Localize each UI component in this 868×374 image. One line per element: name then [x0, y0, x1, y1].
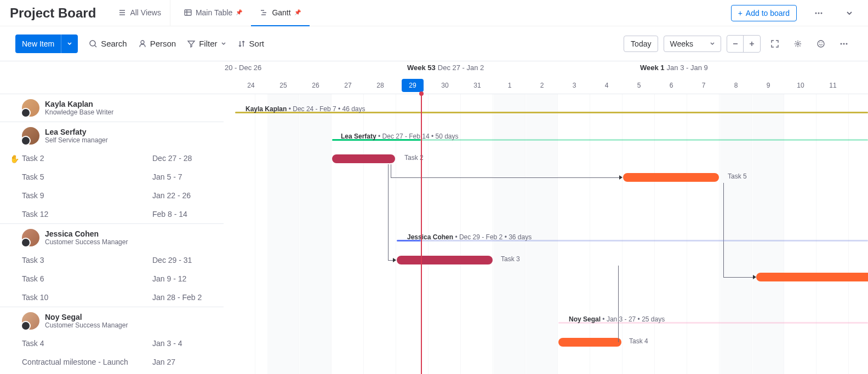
- task-name: Task 6: [22, 274, 152, 283]
- svg-point-2: [818, 12, 820, 14]
- search-button[interactable]: Search: [89, 39, 127, 48]
- gantt-task-bar[interactable]: [623, 173, 719, 182]
- more-icon[interactable]: [835, 35, 853, 53]
- avatar: [22, 127, 39, 145]
- gantt-canvas[interactable]: 20 - Dec 26 Week 53Dec 27 - Jan 2 Week 1…: [224, 61, 868, 374]
- person-role: Self Service manager: [45, 136, 108, 144]
- gantt-task-row[interactable]: Task 4Jan 3 - 4: [0, 334, 224, 353]
- tab-gantt[interactable]: Gantt 📌: [251, 0, 309, 26]
- collapse-icon[interactable]: [841, 4, 858, 22]
- person-name: Lea Serfaty: [45, 128, 108, 136]
- week-label: Week 53Dec 27 - Jan 2: [407, 64, 484, 72]
- filter-button[interactable]: Filter: [187, 39, 226, 48]
- settings-icon[interactable]: [789, 35, 807, 53]
- gantt-person-row[interactable]: Lea Serfaty Self Service manager: [0, 122, 224, 149]
- gantt-person-row[interactable]: Jessica Cohen Customer Success Manager: [0, 223, 224, 251]
- gantt-task-row[interactable]: Task 12Feb 8 - 14: [0, 205, 224, 223]
- button-label: Add to board: [746, 9, 790, 18]
- gantt-task-row[interactable]: Task 6Jan 9 - 12: [0, 269, 224, 288]
- svg-point-10: [841, 43, 842, 44]
- person-filter-button[interactable]: Person: [138, 39, 176, 48]
- pin-icon: 📌: [294, 9, 301, 15]
- day-cell[interactable]: 3: [558, 77, 590, 94]
- dependency-line: [391, 177, 619, 178]
- gantt-bar-label: Lea Serfaty • Dec 27 - Feb 14 • 50 days: [341, 133, 459, 140]
- svg-rect-0: [185, 10, 191, 15]
- timescale-select[interactable]: Weeks: [664, 36, 721, 52]
- more-icon[interactable]: [810, 4, 827, 22]
- zoom-out-button[interactable]: [727, 36, 744, 52]
- feedback-icon[interactable]: [812, 35, 830, 53]
- day-cell[interactable]: 26: [300, 77, 332, 94]
- gantt-task-row[interactable]: Task 3Dec 29 - 31: [0, 251, 224, 269]
- day-cell[interactable]: 27: [332, 77, 364, 94]
- avatar: [22, 229, 39, 246]
- gantt-summary-bar-future: [421, 112, 868, 113]
- day-cell[interactable]: 5: [623, 77, 655, 94]
- gantt-task-label: Task 5: [728, 172, 747, 180]
- day-cell[interactable]: 9: [752, 77, 784, 94]
- day-cell[interactable]: 8: [720, 77, 752, 94]
- pin-icon: 📌: [236, 9, 242, 15]
- gantt-person-row[interactable]: Kayla Kaplan Knowledge Base Writer: [0, 94, 224, 122]
- add-to-board-button[interactable]: + Add to board: [731, 5, 797, 21]
- day-cell[interactable]: 4: [591, 77, 623, 94]
- gantt-task-bar[interactable]: [756, 273, 868, 281]
- dependency-line: [618, 266, 619, 342]
- day-cell[interactable]: 31: [461, 77, 493, 94]
- fullscreen-icon[interactable]: [766, 35, 784, 53]
- gantt-task-label: Task 4: [629, 337, 648, 345]
- chevron-down-icon[interactable]: [61, 34, 78, 53]
- day-cell[interactable]: 28: [364, 77, 396, 94]
- tab-label: Main Table: [196, 8, 232, 17]
- gantt-summary-bar-future: [421, 139, 868, 141]
- today-button[interactable]: Today: [624, 36, 658, 52]
- task-dates: Jan 27: [152, 358, 213, 366]
- tab-label: Gantt: [272, 8, 290, 17]
- day-cell[interactable]: 10: [785, 77, 816, 94]
- sort-button[interactable]: Sort: [237, 39, 265, 48]
- table-icon: [184, 8, 192, 17]
- day-cell[interactable]: 24: [235, 77, 267, 94]
- tool-label: Filter: [199, 39, 217, 48]
- gantt-task-row[interactable]: Contractual milestone - LaunchJan 27: [0, 353, 224, 371]
- tab-all-views[interactable]: All Views: [109, 0, 170, 26]
- gantt-task-bar[interactable]: [397, 256, 493, 264]
- button-label: New Item: [15, 35, 61, 53]
- filter-icon: [187, 39, 196, 48]
- sort-icon: [237, 39, 246, 48]
- day-cell[interactable]: 11: [817, 77, 849, 94]
- gantt-task-label: Task 3: [501, 255, 520, 263]
- day-cell[interactable]: 1: [494, 77, 526, 94]
- gantt-task-row[interactable]: Task 2Dec 27 - 28: [0, 149, 224, 168]
- person-icon: [138, 39, 147, 48]
- board-title: Project Board: [10, 5, 96, 21]
- svg-point-8: [819, 42, 820, 43]
- gantt-task-bar[interactable]: [558, 338, 621, 347]
- tab-main-table[interactable]: Main Table 📌: [175, 0, 251, 26]
- dependency-line: [388, 164, 389, 260]
- gantt-task-row[interactable]: Task 10Jan 28 - Feb 2: [0, 288, 224, 307]
- new-item-button[interactable]: New Item: [15, 34, 78, 53]
- zoom-in-button[interactable]: [744, 36, 760, 52]
- gantt-task-row[interactable]: Task 5Jan 5 - 7: [0, 168, 224, 186]
- week-label: Week 1Jan 3 - Jan 9: [640, 64, 708, 72]
- task-name: Task 5: [22, 172, 152, 181]
- day-cell[interactable]: 7: [688, 77, 719, 94]
- hand-cursor-icon: ✋: [10, 154, 19, 163]
- chevron-down-icon: [710, 41, 715, 47]
- dependency-arrow-icon: [619, 175, 623, 180]
- gantt-person-row[interactable]: Noy Segal Customer Success Manager: [0, 307, 224, 334]
- dependency-line: [723, 183, 724, 277]
- day-cell[interactable]: 6: [655, 77, 687, 94]
- gantt-task-bar[interactable]: [332, 154, 395, 163]
- task-dates: Dec 27 - 28: [152, 154, 213, 163]
- today-indicator: [421, 94, 422, 374]
- dependency-line: [391, 164, 391, 177]
- gantt-task-row[interactable]: Task 9Jan 22 - 26: [0, 186, 224, 205]
- today-cell[interactable]: 29: [402, 79, 424, 92]
- day-cell[interactable]: 2: [526, 77, 558, 94]
- day-cell[interactable]: 25: [267, 77, 299, 94]
- task-dates: Jan 28 - Feb 2: [152, 293, 213, 302]
- day-cell[interactable]: 30: [429, 77, 461, 94]
